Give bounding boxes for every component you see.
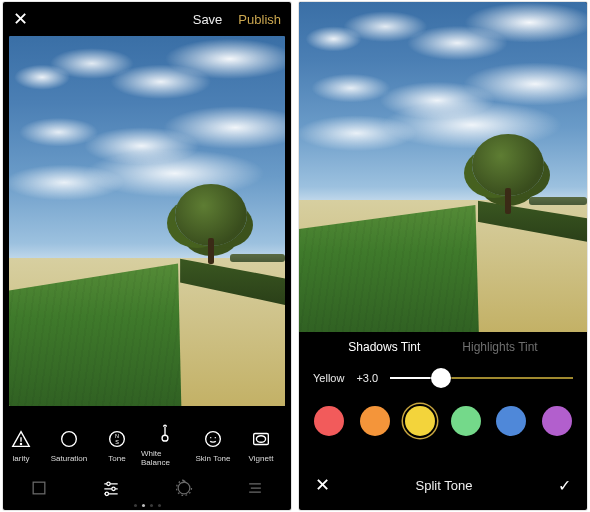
- svg-point-16: [112, 487, 115, 490]
- tool-label: White Balance: [141, 449, 189, 467]
- swatch-green[interactable]: [451, 406, 481, 436]
- circle-icon: [58, 428, 80, 450]
- face-icon: [202, 428, 224, 450]
- tool-skin-tone[interactable]: Skin Tone: [189, 428, 237, 463]
- svg-point-19: [178, 482, 190, 494]
- tool-tone[interactable]: NS Tone: [93, 428, 141, 463]
- svg-point-2: [62, 431, 77, 446]
- thermometer-icon: [154, 423, 176, 445]
- page-dots: [3, 504, 291, 507]
- swatch-yellow[interactable]: [405, 406, 435, 436]
- tint-value: +3.0: [356, 372, 378, 384]
- tab-shadows-tint[interactable]: Shadows Tint: [348, 340, 420, 354]
- swatch-blue[interactable]: [496, 406, 526, 436]
- svg-point-7: [206, 431, 221, 446]
- confirm-icon[interactable]: ✓: [558, 476, 571, 495]
- tint-color-swatches: [299, 406, 587, 436]
- publish-button[interactable]: Publish: [238, 12, 281, 27]
- tint-intensity-slider[interactable]: [390, 368, 573, 388]
- svg-point-14: [107, 482, 110, 485]
- tab-adjust[interactable]: [100, 478, 122, 502]
- svg-rect-12: [33, 482, 45, 494]
- svg-point-11: [256, 435, 265, 442]
- tool-saturation[interactable]: Saturation: [45, 428, 93, 463]
- swatch-orange[interactable]: [360, 406, 390, 436]
- slider-track: [390, 377, 573, 379]
- triangle-warn-icon: [10, 428, 32, 450]
- tab-revert[interactable]: [174, 478, 194, 502]
- bottom-bar: ✕ Split Tone ✓: [299, 460, 587, 510]
- svg-text:S: S: [115, 438, 119, 444]
- tool-label: Skin Tone: [196, 454, 231, 463]
- tool-label: Tone: [108, 454, 125, 463]
- cancel-icon[interactable]: ✕: [315, 474, 330, 496]
- svg-point-1: [20, 443, 21, 444]
- svg-point-6: [162, 435, 168, 441]
- svg-point-18: [105, 492, 108, 495]
- save-button[interactable]: Save: [193, 12, 223, 27]
- swatch-purple[interactable]: [542, 406, 572, 436]
- svg-point-8: [210, 436, 211, 437]
- tool-white-balance[interactable]: White Balance: [141, 423, 189, 467]
- tool-vignette[interactable]: Vignett: [237, 428, 285, 463]
- tab-crop[interactable]: [29, 478, 49, 502]
- bottom-tab-bar: [3, 470, 291, 510]
- photo-preview[interactable]: [9, 36, 285, 406]
- tint-color-label: Yellow: [313, 372, 344, 384]
- editor-screen-adjustments: ✕ Save Publish larity Saturation NS: [3, 2, 291, 510]
- ns-circle-icon: NS: [106, 428, 128, 450]
- swatch-red[interactable]: [314, 406, 344, 436]
- tint-tabs: Shadows Tint Highlights Tint: [299, 340, 587, 354]
- svg-point-9: [215, 436, 216, 437]
- vignette-icon: [250, 428, 272, 450]
- close-icon[interactable]: ✕: [13, 10, 28, 28]
- tool-label: Saturation: [51, 454, 87, 463]
- adjustment-tool-strip[interactable]: larity Saturation NS Tone White Balance …: [3, 420, 291, 470]
- tool-clarity[interactable]: larity: [3, 428, 45, 463]
- slider-thumb[interactable]: [431, 368, 451, 388]
- editor-screen-split-tone: Shadows Tint Highlights Tint Yellow +3.0…: [299, 2, 587, 510]
- tab-presets[interactable]: [245, 478, 265, 502]
- panel-title: Split Tone: [416, 478, 473, 493]
- photo-preview[interactable]: [299, 2, 587, 332]
- tab-highlights-tint[interactable]: Highlights Tint: [462, 340, 537, 354]
- tool-label: larity: [13, 454, 30, 463]
- tool-label: Vignett: [249, 454, 274, 463]
- top-bar: ✕ Save Publish: [3, 2, 291, 36]
